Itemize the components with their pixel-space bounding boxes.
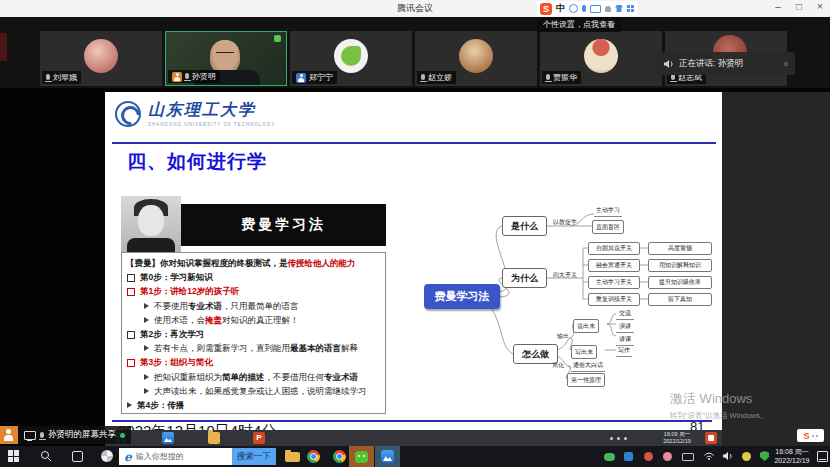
taskbar-clock[interactable]: 16:08 周一2022/12/19 <box>770 448 814 465</box>
feynman-photo <box>121 196 181 252</box>
avatar <box>334 39 368 73</box>
start-button[interactable] <box>8 450 20 462</box>
arrow-marker <box>144 317 149 323</box>
sogou-float-status[interactable]: S <box>797 429 824 442</box>
video-tile-active-speaker[interactable]: 孙贤明 <box>165 31 287 86</box>
mindmap-row: 融会贯通开关用知识解释知识 <box>588 259 712 272</box>
mindmap-edge-label: 输出 <box>557 332 569 341</box>
member-badge-icon <box>296 73 306 83</box>
action-center-icon[interactable] <box>817 451 828 462</box>
toolbox-icon[interactable] <box>627 5 634 12</box>
mic-icon <box>40 432 44 438</box>
mic-muted-icon <box>46 74 50 80</box>
windows-taskbar: e 输入你想搜的 搜索一下 16:08 周一2022/12/19 <box>0 446 830 467</box>
activate-windows-watermark: 激活 Windows 转到“设置”以激活 Windows。 <box>670 390 826 421</box>
panel-text: 简单的描述 <box>222 370 265 384</box>
file-explorer-icon[interactable] <box>285 452 300 462</box>
panel-text: 第4步：传播 <box>137 398 184 412</box>
wechat-taskbar-button[interactable] <box>349 446 374 467</box>
skin-icon[interactable] <box>615 5 623 12</box>
sogou-logo-icon[interactable]: S <box>540 3 552 15</box>
sogou-logo-icon: S <box>803 431 809 441</box>
header-divider <box>112 142 716 144</box>
task-view-button[interactable] <box>72 451 83 462</box>
shared-tray-icons <box>610 437 627 440</box>
mindmap-leaf: 交流 <box>616 309 634 320</box>
tray-pink-icon[interactable] <box>663 452 672 461</box>
tray-red-icon[interactable] <box>644 452 653 461</box>
mindmap-node: 说出来 <box>573 319 599 333</box>
camera-watermark-icon <box>274 35 281 42</box>
shared-taskbar: P 16:09 周一2022/12/19 <box>105 430 722 446</box>
university-name: 山东理工大学 <box>148 100 275 121</box>
close-button[interactable]: × <box>814 1 826 12</box>
search-icon[interactable] <box>40 450 52 462</box>
avatar <box>84 39 118 73</box>
wifi-icon[interactable] <box>703 451 715 461</box>
shared-meeting-icon <box>162 432 174 444</box>
mindmap-root: 费曼学习法 <box>424 284 500 309</box>
mindmap-edge-label: 以教促学 <box>553 218 577 227</box>
mindmap-branch-why: 为什么 <box>502 268 547 288</box>
tray-shield-icon[interactable] <box>760 451 769 461</box>
tray-yellow-icon[interactable] <box>742 452 751 461</box>
mindmap-cell: 主动学习开关 <box>588 276 640 289</box>
minimize-button[interactable]: – <box>772 1 784 12</box>
shared-folder-icon <box>208 432 220 444</box>
meeting-taskbar-button[interactable] <box>375 446 400 467</box>
panel-line: 第1步：讲给12岁的孩子听 <box>126 284 381 298</box>
shared-clock: 16:09 周一2022/12/19 <box>651 431 703 445</box>
sogou-input-toolbar[interactable]: S 中 <box>537 1 637 16</box>
mindmap-leaf: 主动学习 <box>594 206 622 217</box>
video-tile[interactable]: 刘翠娥 <box>40 31 162 86</box>
voice-input-icon[interactable] <box>582 5 586 12</box>
panel-line: 若有卡点，则需重新学习，直到能用最基本的语言解释 <box>126 341 381 355</box>
tray-keyboard-icon[interactable] <box>682 453 694 461</box>
emoji-icon[interactable] <box>569 4 578 13</box>
panel-text: 大声读出来，如果感觉复杂或让人困惑，说明需继续学习 <box>154 384 367 398</box>
panel-text: 第3步：组织与简化 <box>140 355 213 369</box>
speaker-video <box>210 40 240 74</box>
chinese-mode-icon[interactable]: 中 <box>556 2 565 15</box>
panel-line: 【费曼】你对知识掌握程度的终极测试，是传授给他人的能力 <box>126 256 381 270</box>
participant-name: 贾振华 <box>553 72 577 83</box>
tray-green-icon[interactable] <box>604 453 615 461</box>
panel-line: 第4步：传播 <box>126 398 381 412</box>
search-placeholder: 输入你想搜的 <box>136 451 184 462</box>
volume-icon[interactable] <box>722 451 733 461</box>
panel-text: 解释 <box>341 341 358 355</box>
chrome-icon[interactable] <box>307 450 320 463</box>
search-go-button[interactable]: 搜索一下 <box>232 448 276 465</box>
mindmap-why-rows: 自圆其说开关高度警惕融会贯通开关用知识解释知识主动学习开关提升知识吸收率重复训练… <box>588 242 712 310</box>
screen-share-indicator[interactable]: 孙贤明的屏幕共享 <box>0 426 131 444</box>
search-input[interactable]: e 输入你想搜的 <box>119 448 232 465</box>
tray-meeting-icon[interactable] <box>624 452 633 461</box>
mic-muted-icon <box>546 74 550 80</box>
panel-line: 使用术语，会掩盖对知识的真正理解！ <box>126 313 381 327</box>
mic-muted-icon <box>421 74 425 80</box>
pinwheel-app-icon[interactable] <box>101 450 113 462</box>
maximize-button[interactable]: □ <box>793 1 805 12</box>
speaking-indicator-banner: 正在讲话: 孙贤明 » <box>656 52 795 75</box>
presentation-slide: 山东理工大学 SHANDONG UNIVERSITY OF TECHNOLOGY… <box>105 92 722 430</box>
wechat-icon <box>355 451 368 463</box>
mindmap-row: 自圆其说开关高度警惕 <box>588 242 712 255</box>
edge-video-sliver <box>0 33 7 61</box>
panel-text: 第1步：讲给12岁的孩子听 <box>140 284 239 298</box>
collapse-chevron-icon[interactable]: » <box>780 61 790 66</box>
video-tile[interactable]: 赵立娇 <box>415 31 537 86</box>
chrome-icon[interactable] <box>333 450 346 463</box>
panel-text: 不要使用 <box>154 299 188 313</box>
panel-text: 传授给他人的能力 <box>288 256 356 270</box>
arrow-marker <box>144 345 149 351</box>
mindmap-edge-label: 简化 <box>552 361 564 370</box>
video-tile[interactable]: 贾振华 <box>540 31 662 86</box>
video-tile[interactable]: 郑宁宁 <box>290 31 412 86</box>
panel-text: ，不要借用任何 <box>265 370 325 384</box>
checkbox-marker <box>127 274 135 282</box>
panel-lines: 【费曼】你对知识掌握程度的终极测试，是传授给他人的能力第0步：学习新知识第1步：… <box>121 252 386 414</box>
account-icon[interactable] <box>605 6 611 12</box>
mindmap-leaf: 通俗大白话 <box>571 361 605 372</box>
panel-line: 把知识重新组织为简单的描述，不要借用任何专业术语 <box>126 370 381 384</box>
soft-keyboard-icon[interactable] <box>590 5 601 13</box>
